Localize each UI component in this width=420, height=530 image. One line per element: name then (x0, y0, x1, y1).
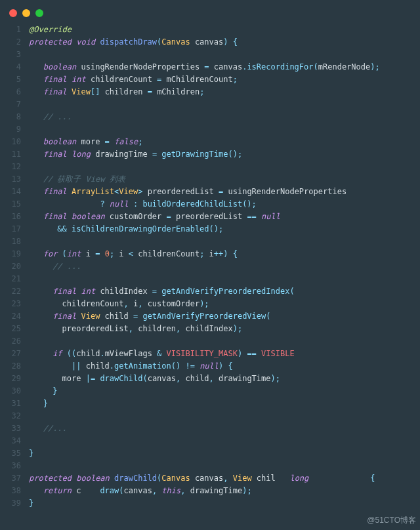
code-line[interactable]: || child.getAnimation() != null) { (29, 360, 420, 373)
code-line[interactable]: final ArrayList<View> preorderedList = u… (29, 186, 420, 198)
line-number: 32 (0, 410, 21, 422)
line-number: 21 (0, 273, 21, 285)
code-line[interactable]: // ... (29, 111, 420, 123)
code-line[interactable]: final long drawingTime = getDrawingTime(… (29, 148, 420, 161)
line-number: 38 (0, 485, 21, 497)
line-number: 33 (0, 422, 21, 435)
code-line[interactable]: if ((child.mViewFlags & VISIBILITY_MASK)… (29, 348, 420, 360)
line-number: 18 (0, 235, 21, 248)
code-line[interactable] (29, 335, 420, 348)
line-number: 14 (0, 186, 21, 198)
line-number: 9 (0, 123, 21, 136)
code-line[interactable]: return c draw(canvas, this, drawingTime)… (29, 485, 420, 497)
code-line[interactable]: } (29, 385, 420, 398)
code-line[interactable]: boolean more = false; (29, 136, 420, 148)
line-number: 36 (0, 460, 21, 472)
code-line[interactable]: // ... (29, 260, 420, 273)
code-line[interactable]: final boolean customOrder = preorderedLi… (29, 211, 420, 223)
line-number: 25 (0, 323, 21, 335)
minimize-icon[interactable] (22, 9, 30, 17)
code-line[interactable] (29, 98, 420, 111)
line-number-gutter: 1234567891011121314151617181920212223242… (0, 24, 21, 510)
code-line[interactable] (29, 161, 420, 173)
line-number: 34 (0, 435, 21, 447)
code-line[interactable]: final int childrenCount = mChildrenCount… (29, 73, 420, 86)
code-line[interactable]: @Override (29, 24, 420, 36)
line-number: 4 (0, 61, 21, 73)
code-line[interactable]: more |= drawChild(canvas, child, drawing… (29, 373, 420, 385)
code-line[interactable] (29, 460, 420, 472)
code-line[interactable]: preorderedList, children, childIndex); (29, 323, 420, 335)
code-line[interactable]: childrenCount, i, customOrder); (29, 298, 420, 310)
line-number: 12 (0, 161, 21, 173)
code-line[interactable]: protected boolean drawChild(Canvas canva… (29, 472, 420, 485)
code-content[interactable]: @Overrideprotected void dispatchDraw(Can… (21, 24, 420, 510)
code-line[interactable] (29, 435, 420, 447)
code-line[interactable]: } (29, 398, 420, 410)
line-number: 13 (0, 173, 21, 186)
code-line[interactable]: && isChildrenDrawingOrderEnabled(); (29, 223, 420, 235)
code-line[interactable]: for (int i = 0; i < childrenCount; i++) … (29, 248, 420, 260)
line-number: 15 (0, 198, 21, 211)
line-number: 35 (0, 447, 21, 460)
window-controls (0, 5, 420, 21)
line-number: 16 (0, 211, 21, 223)
line-number: 11 (0, 148, 21, 161)
code-editor-window: 1234567891011121314151617181920212223242… (0, 0, 420, 530)
code-line[interactable]: } (29, 497, 420, 510)
line-number: 24 (0, 310, 21, 323)
line-number: 8 (0, 111, 21, 123)
line-number: 22 (0, 285, 21, 298)
line-number: 17 (0, 223, 21, 235)
line-number: 10 (0, 136, 21, 148)
code-line[interactable]: //... (29, 422, 420, 435)
code-line[interactable]: protected void dispatchDraw(Canvas canva… (29, 36, 420, 49)
line-number: 31 (0, 398, 21, 410)
code-line[interactable] (29, 123, 420, 136)
code-line[interactable] (29, 410, 420, 422)
code-line[interactable] (29, 273, 420, 285)
line-number: 5 (0, 73, 21, 86)
code-area: 1234567891011121314151617181920212223242… (0, 21, 420, 510)
code-line[interactable]: final View[] children = mChildren; (29, 86, 420, 98)
line-number: 2 (0, 36, 21, 49)
line-number: 29 (0, 373, 21, 385)
code-line[interactable] (29, 235, 420, 248)
line-number: 19 (0, 248, 21, 260)
code-line[interactable]: } (29, 447, 420, 460)
code-line[interactable]: final int childIndex = getAndVerifyPreor… (29, 285, 420, 298)
watermark: @51CTO博客 (367, 515, 416, 526)
code-line[interactable]: boolean usingRenderNodeProperties = canv… (29, 61, 420, 73)
line-number: 23 (0, 298, 21, 310)
close-icon[interactable] (9, 9, 17, 17)
line-number: 28 (0, 360, 21, 373)
line-number: 7 (0, 98, 21, 111)
line-number: 3 (0, 49, 21, 61)
line-number: 6 (0, 86, 21, 98)
line-number: 37 (0, 472, 21, 485)
code-line[interactable]: final View child = getAndVerifyPreordere… (29, 310, 420, 323)
code-line[interactable] (29, 49, 420, 61)
line-number: 20 (0, 260, 21, 273)
line-number: 39 (0, 497, 21, 510)
line-number: 1 (0, 24, 21, 36)
line-number: 30 (0, 385, 21, 398)
code-line[interactable]: // 获取子 View 列表 (29, 173, 420, 186)
line-number: 26 (0, 335, 21, 348)
code-line[interactable]: ? null : buildOrderedChildList(); (29, 198, 420, 211)
zoom-icon[interactable] (35, 9, 43, 17)
line-number: 27 (0, 348, 21, 360)
